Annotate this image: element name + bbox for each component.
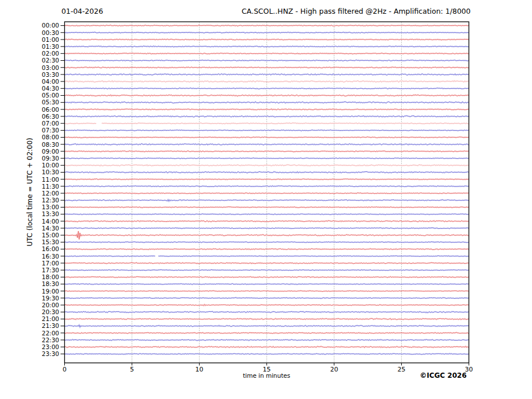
svg-text:07:30: 07:30 <box>42 127 59 134</box>
svg-text:23:00: 23:00 <box>42 343 59 350</box>
svg-text:20:30: 20:30 <box>42 308 59 315</box>
svg-text:17:30: 17:30 <box>42 267 59 273</box>
svg-text:23:30: 23:30 <box>42 350 59 357</box>
svg-text:04:30: 04:30 <box>42 85 59 92</box>
svg-text:09:30: 09:30 <box>42 155 59 162</box>
svg-text:08:30: 08:30 <box>42 141 59 148</box>
svg-text:14:30: 14:30 <box>42 225 59 232</box>
credit-label: ©ICGC 2026 <box>420 371 467 380</box>
svg-text:19:00: 19:00 <box>42 288 59 295</box>
svg-text:09:00: 09:00 <box>42 148 59 155</box>
svg-text:22:00: 22:00 <box>42 330 59 337</box>
svg-text:05:30: 05:30 <box>42 99 59 105</box>
svg-text:11:30: 11:30 <box>42 183 59 190</box>
svg-text:02:30: 02:30 <box>42 57 59 64</box>
helicorder-figure: 01-04-2026 CA.SCOL..HNZ - High pass filt… <box>0 0 532 399</box>
svg-text:16:00: 16:00 <box>42 245 59 252</box>
svg-text:12:30: 12:30 <box>42 197 59 204</box>
svg-text:03:00: 03:00 <box>42 64 59 71</box>
svg-text:18:30: 18:30 <box>42 280 59 287</box>
helicorder-plot: 00:0000:3001:0001:3002:0002:3003:0003:30… <box>0 0 532 399</box>
svg-text:22:30: 22:30 <box>42 337 59 343</box>
svg-text:01:00: 01:00 <box>42 36 59 43</box>
svg-text:06:30: 06:30 <box>42 113 59 120</box>
svg-text:00:30: 00:30 <box>42 29 59 36</box>
svg-text:21:00: 21:00 <box>42 315 59 322</box>
svg-text:06:00: 06:00 <box>42 106 59 113</box>
svg-text:12:00: 12:00 <box>42 190 59 197</box>
svg-text:21:30: 21:30 <box>42 322 59 329</box>
svg-text:07:00: 07:00 <box>42 120 59 127</box>
svg-text:13:00: 13:00 <box>42 204 59 210</box>
svg-text:15:00: 15:00 <box>42 232 59 238</box>
x-axis-label: time in minutes <box>64 372 469 379</box>
svg-text:04:00: 04:00 <box>42 78 59 85</box>
svg-text:20:00: 20:00 <box>42 302 59 308</box>
svg-text:18:00: 18:00 <box>42 273 59 280</box>
svg-text:10:00: 10:00 <box>42 162 59 169</box>
svg-text:14:00: 14:00 <box>42 218 59 225</box>
svg-text:01:30: 01:30 <box>42 43 59 50</box>
svg-text:05:00: 05:00 <box>42 92 59 99</box>
svg-text:00:00: 00:00 <box>42 22 59 29</box>
svg-text:13:30: 13:30 <box>42 210 59 217</box>
svg-text:15:30: 15:30 <box>42 238 59 245</box>
svg-text:10:30: 10:30 <box>42 169 59 175</box>
svg-text:19:30: 19:30 <box>42 295 59 302</box>
svg-text:11:00: 11:00 <box>42 176 59 183</box>
svg-text:16:30: 16:30 <box>42 253 59 260</box>
svg-text:03:30: 03:30 <box>42 71 59 78</box>
svg-text:08:00: 08:00 <box>42 134 59 140</box>
svg-text:02:00: 02:00 <box>42 50 59 57</box>
svg-text:17:00: 17:00 <box>42 260 59 267</box>
